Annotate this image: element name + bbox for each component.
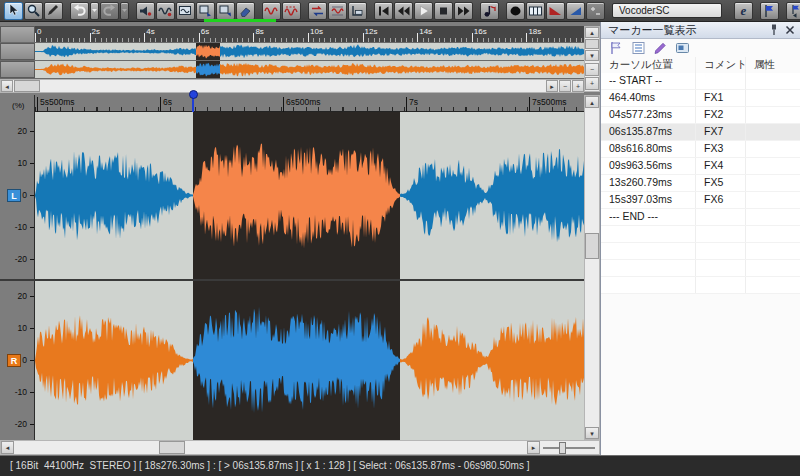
block-grid-button[interactable] [526, 2, 545, 20]
zoom-tool-button[interactable] [24, 2, 43, 20]
marker-row[interactable]: -- START -- [601, 73, 800, 90]
marker-column-header[interactable]: カーソル位置 [601, 57, 696, 73]
marker-flag-button[interactable] [607, 41, 625, 56]
marker-row[interactable]: 09s963.56msFX4 [601, 158, 800, 175]
selection-region-left[interactable] [193, 112, 400, 279]
overview-right-waveform[interactable] [35, 61, 584, 78]
overview-ruler-corner [0, 26, 35, 43]
prev-marker-button[interactable] [786, 2, 800, 20]
marker-row[interactable]: 15s397.03msFX6 [601, 192, 800, 209]
record-button[interactable] [506, 2, 525, 20]
overview-v-zoom-out-button[interactable]: − [585, 63, 599, 76]
marker-list-button[interactable] [629, 41, 647, 56]
scale-tick [30, 131, 34, 132]
cursor-pin-icon[interactable] [189, 90, 198, 99]
channel-swap-button[interactable] [308, 2, 327, 20]
erase-button[interactable] [236, 2, 255, 20]
resample-button[interactable] [348, 2, 367, 20]
select-tool-button[interactable] [4, 2, 23, 20]
red-wave-icon [264, 4, 279, 18]
overview-selection-right[interactable] [196, 61, 220, 78]
marker-row[interactable]: --- END --- [601, 209, 800, 226]
editor-h-thumb[interactable] [159, 441, 185, 454]
overview-scroll-thumb[interactable] [14, 80, 40, 92]
editor-v-scrollbar[interactable] [584, 95, 600, 440]
marker-table-header[interactable]: カーソル位置コメント属性 [601, 57, 800, 74]
fade-in-button[interactable] [566, 2, 585, 20]
marker-row[interactable]: 464.40msFX1 [601, 90, 800, 107]
overview-v-thumb[interactable] [585, 39, 599, 49]
editor-scroll-up-button[interactable]: ▴ [585, 96, 599, 108]
marker-row[interactable]: 06s135.87msFX7 [601, 124, 800, 141]
overview-time-ruler[interactable]: 02s4s6s8s10s12s14s16s18s [35, 26, 584, 43]
marker-column-header[interactable]: 属性 [746, 57, 800, 73]
editor-scroll-left-button[interactable]: ◂ [1, 441, 14, 454]
overview-left-channel-header[interactable] [0, 43, 35, 60]
effect-edit-button[interactable]: e [734, 2, 753, 20]
insert-silence-button[interactable] [586, 2, 605, 20]
channel-badge[interactable]: L [7, 189, 21, 202]
overview-right-channel-header[interactable] [0, 61, 35, 78]
fast-forward-button[interactable] [454, 2, 473, 20]
overview-v-zoom-in-button[interactable]: + [585, 77, 599, 90]
overview-scroll-up-button[interactable]: ▴ [585, 27, 599, 38]
undo-button[interactable] [70, 2, 89, 20]
pin-icon[interactable] [767, 23, 781, 37]
pen-tool-button[interactable] [44, 2, 63, 20]
editor-scroll-right-button[interactable]: ▸ [527, 441, 540, 454]
redo-button[interactable] [100, 2, 119, 20]
zoom-slider-track[interactable] [543, 447, 595, 449]
left-channel-waveform[interactable] [35, 112, 584, 279]
marker-edit-button[interactable] [651, 41, 669, 56]
close-icon[interactable] [783, 23, 797, 37]
goto-start-button[interactable] [374, 2, 393, 20]
marker-list-panel: マーカー一覧表示 カーソル位置コメント属性 -- START --464.40m… [600, 22, 800, 455]
add-marker-button[interactable] [760, 2, 779, 20]
redo-history-button[interactable] [120, 2, 129, 20]
copy-to-new-window-button[interactable] [196, 2, 215, 20]
editor-time-ruler[interactable]: 5s500ms6s6s500ms7s7s500ms [35, 95, 584, 112]
redo-arrow-icon [102, 3, 117, 18]
marker-row[interactable]: 08s616.80msFX3 [601, 141, 800, 158]
overview-scroll-right-button[interactable]: ▸ [546, 80, 558, 92]
undo-history-button[interactable] [90, 2, 99, 20]
list-icon [631, 41, 646, 55]
zoom-slider-handle[interactable] [559, 442, 566, 454]
grid-icon [528, 4, 543, 18]
marker-cell [696, 73, 746, 89]
marker-row[interactable]: 13s260.79msFX5 [601, 175, 800, 192]
overview-zoom-out-button[interactable]: − [559, 80, 571, 92]
editor-v-thumb[interactable] [585, 233, 599, 259]
panel-title-bar[interactable]: マーカー一覧表示 [601, 22, 800, 39]
overview-selection-left[interactable] [196, 43, 220, 60]
right-channel-waveform[interactable] [35, 281, 584, 440]
fade-out-button[interactable] [546, 2, 565, 20]
copy-wave-button[interactable] [156, 2, 175, 20]
stop-button[interactable] [434, 2, 453, 20]
editor-h-scrollbar[interactable] [0, 440, 600, 455]
wave-analyze-button[interactable] [328, 2, 347, 20]
overview-left-waveform[interactable] [35, 43, 584, 60]
editor-scroll-down-button[interactable]: ▾ [585, 427, 599, 439]
divider [0, 42, 584, 43]
wave-gain-button[interactable] [262, 2, 281, 20]
marker-row[interactable]: 04s577.23msFX2 [601, 107, 800, 124]
cut-wave-button[interactable] [136, 2, 155, 20]
channel-badge[interactable]: R [7, 354, 21, 367]
paste-from-window-button[interactable] [216, 2, 235, 20]
overview-ruler-label: 4s [146, 27, 154, 36]
marker-image-button[interactable] [673, 41, 691, 56]
marker-column-header[interactable]: コメント [696, 57, 746, 73]
marker-cell [746, 107, 800, 123]
score-play-button[interactable] [480, 2, 499, 20]
overview-scroll-left-button[interactable]: ◂ [1, 80, 13, 92]
overview-h-scrollbar[interactable] [0, 79, 584, 93]
paste-wave-button[interactable] [176, 2, 195, 20]
overview-scroll-down-button[interactable]: ▾ [585, 50, 599, 61]
wave-normalize-button[interactable] [282, 2, 301, 20]
selection-region-right[interactable] [193, 281, 400, 440]
play-button[interactable] [414, 2, 433, 20]
overview-zoom-in-button[interactable]: + [572, 80, 584, 92]
preset-combo[interactable]: VocoderSC [612, 3, 722, 18]
rewind-button[interactable] [394, 2, 413, 20]
